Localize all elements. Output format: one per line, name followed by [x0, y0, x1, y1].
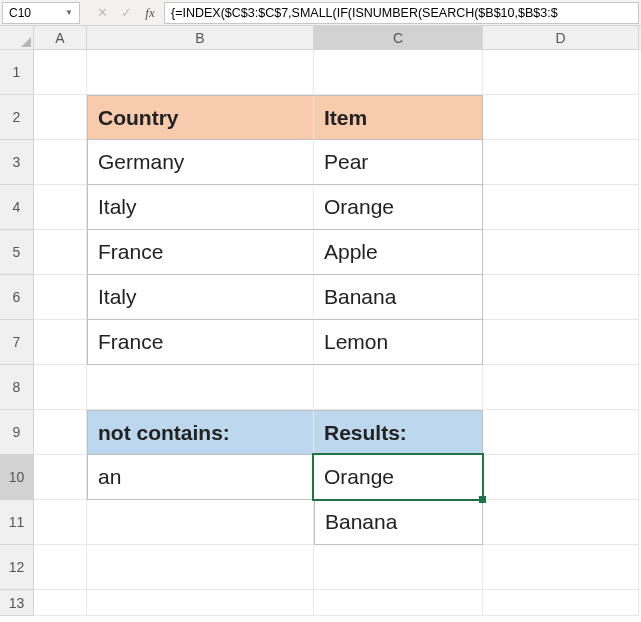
- cell-d7[interactable]: [483, 320, 639, 365]
- worksheet-grid[interactable]: A B C D 1 2 Country Item 3 Germany Pear …: [0, 26, 641, 616]
- cell-a5[interactable]: [34, 230, 87, 275]
- col-header-d[interactable]: D: [483, 26, 639, 50]
- cell-c9[interactable]: Results:: [314, 410, 483, 455]
- cell-b2[interactable]: Country: [87, 95, 314, 140]
- cell-b6[interactable]: Italy: [87, 275, 314, 320]
- row-header-4[interactable]: 4: [0, 185, 34, 230]
- row-header-5[interactable]: 5: [0, 230, 34, 275]
- cell-c7[interactable]: Lemon: [314, 320, 483, 365]
- cell-d2[interactable]: [483, 95, 639, 140]
- col-header-c[interactable]: C: [314, 26, 483, 50]
- row-2: 2 Country Item: [0, 95, 641, 140]
- row-header-8[interactable]: 8: [0, 365, 34, 410]
- cell-c5[interactable]: Apple: [314, 230, 483, 275]
- cell-b7[interactable]: France: [87, 320, 314, 365]
- cell-a11[interactable]: [34, 500, 87, 545]
- cell-a7[interactable]: [34, 320, 87, 365]
- cell-c13[interactable]: [314, 590, 483, 616]
- cell-d11[interactable]: [483, 500, 639, 545]
- cell-d3[interactable]: [483, 140, 639, 185]
- row-1: 1: [0, 50, 641, 95]
- row-4: 4 Italy Orange: [0, 185, 641, 230]
- cell-a1[interactable]: [34, 50, 87, 95]
- formula-text: {=INDEX($C$3:$C$7,SMALL(IF(ISNUMBER(SEAR…: [171, 6, 558, 20]
- row-9: 9 not contains: Results:: [0, 410, 641, 455]
- cell-b9[interactable]: not contains:: [87, 410, 314, 455]
- row-7: 7 France Lemon: [0, 320, 641, 365]
- cell-a10[interactable]: [34, 455, 87, 500]
- row-header-13[interactable]: 13: [0, 590, 34, 616]
- cell-c12[interactable]: [314, 545, 483, 590]
- row-12: 12: [0, 545, 641, 590]
- fill-handle[interactable]: [479, 496, 486, 503]
- row-header-12[interactable]: 12: [0, 545, 34, 590]
- row-5: 5 France Apple: [0, 230, 641, 275]
- cell-d1[interactable]: [483, 50, 639, 95]
- cell-c4[interactable]: Orange: [314, 185, 483, 230]
- cell-a9[interactable]: [34, 410, 87, 455]
- col-header-a[interactable]: A: [34, 26, 87, 50]
- row-11: 11 Banana: [0, 500, 641, 545]
- formula-bar-buttons: ✕ ✓ fx: [90, 2, 162, 24]
- row-header-1[interactable]: 1: [0, 50, 34, 95]
- cell-d9[interactable]: [483, 410, 639, 455]
- cell-c10[interactable]: Orange: [314, 455, 483, 500]
- cancel-icon: ✕: [90, 2, 114, 24]
- cell-a3[interactable]: [34, 140, 87, 185]
- cell-c6[interactable]: Banana: [314, 275, 483, 320]
- cell-b4[interactable]: Italy: [87, 185, 314, 230]
- cell-b12[interactable]: [87, 545, 314, 590]
- cell-a4[interactable]: [34, 185, 87, 230]
- formula-bar-row: C10 ▼ ✕ ✓ fx {=INDEX($C$3:$C$7,SMALL(IF(…: [0, 0, 641, 26]
- row-header-9[interactable]: 9: [0, 410, 34, 455]
- row-3: 3 Germany Pear: [0, 140, 641, 185]
- cell-a6[interactable]: [34, 275, 87, 320]
- cell-b10[interactable]: an: [87, 455, 314, 500]
- active-cell-border: [312, 453, 484, 501]
- cell-b11[interactable]: [87, 500, 314, 545]
- fx-icon[interactable]: fx: [138, 5, 162, 21]
- cell-a8[interactable]: [34, 365, 87, 410]
- cell-d4[interactable]: [483, 185, 639, 230]
- row-header-6[interactable]: 6: [0, 275, 34, 320]
- row-13: 13: [0, 590, 641, 616]
- row-8: 8: [0, 365, 641, 410]
- row-header-2[interactable]: 2: [0, 95, 34, 140]
- name-box-value: C10: [9, 6, 65, 20]
- cell-b13[interactable]: [87, 590, 314, 616]
- row-10: 10 an Orange: [0, 455, 641, 500]
- name-box-dropdown-icon[interactable]: ▼: [65, 8, 73, 17]
- cell-d12[interactable]: [483, 545, 639, 590]
- column-headers: A B C D: [0, 26, 641, 50]
- cell-d5[interactable]: [483, 230, 639, 275]
- cell-c1[interactable]: [314, 50, 483, 95]
- row-header-7[interactable]: 7: [0, 320, 34, 365]
- cell-d13[interactable]: [483, 590, 639, 616]
- cell-b8[interactable]: [87, 365, 314, 410]
- cell-c8[interactable]: [314, 365, 483, 410]
- cell-b3[interactable]: Germany: [87, 140, 314, 185]
- cell-b5[interactable]: France: [87, 230, 314, 275]
- cell-d10[interactable]: [483, 455, 639, 500]
- formula-bar-input[interactable]: {=INDEX($C$3:$C$7,SMALL(IF(ISNUMBER(SEAR…: [164, 2, 639, 24]
- cell-a13[interactable]: [34, 590, 87, 616]
- enter-icon: ✓: [114, 2, 138, 24]
- row-header-10[interactable]: 10: [0, 455, 34, 500]
- cell-c3[interactable]: Pear: [314, 140, 483, 185]
- cell-d6[interactable]: [483, 275, 639, 320]
- row-header-11[interactable]: 11: [0, 500, 34, 545]
- cell-c11[interactable]: Banana: [314, 500, 483, 545]
- cell-b1[interactable]: [87, 50, 314, 95]
- cell-d8[interactable]: [483, 365, 639, 410]
- row-6: 6 Italy Banana: [0, 275, 641, 320]
- col-header-b[interactable]: B: [87, 26, 314, 50]
- cell-a12[interactable]: [34, 545, 87, 590]
- row-header-3[interactable]: 3: [0, 140, 34, 185]
- name-box[interactable]: C10 ▼: [2, 2, 80, 24]
- cell-c2[interactable]: Item: [314, 95, 483, 140]
- cell-a2[interactable]: [34, 95, 87, 140]
- select-all-corner[interactable]: [0, 26, 34, 50]
